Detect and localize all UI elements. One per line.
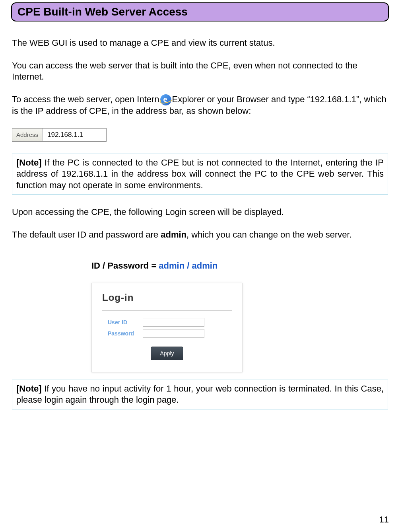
note-label-2: [Note] <box>16 384 42 394</box>
text-before-icon: To access the web server, open Intern <box>12 94 159 104</box>
user-id-label: User ID <box>108 319 143 325</box>
password-input[interactable] <box>143 329 204 338</box>
login-divider <box>102 310 232 311</box>
paragraph-instructions: To access the web server, open InternExp… <box>12 94 388 117</box>
note-text-2: If you have no input activity for 1 hour… <box>16 384 384 405</box>
paragraph-intro: The WEB GUI is used to manage a CPE and … <box>12 37 388 49</box>
credentials-value: admin / admin <box>159 261 217 271</box>
section-title: CPE Built-in Web Server Access <box>17 6 188 18</box>
apply-button[interactable]: Apply <box>151 347 183 360</box>
page-number: 11 <box>379 514 389 525</box>
login-password-row: Password <box>102 329 232 338</box>
login-userid-row: User ID <box>102 318 232 327</box>
paragraph-access-info: You can access the web server that is bu… <box>12 60 388 83</box>
credentials-prefix: ID / Password = <box>91 261 159 271</box>
defaults-admin: admin <box>161 230 186 240</box>
note-box-2: [Note] If you have no input activity for… <box>12 380 388 409</box>
section-title-bar: CPE Built-in Web Server Access <box>11 2 389 21</box>
note-text-1: If the PC is connected to the CPE but is… <box>16 158 384 190</box>
paragraph-login-info: Upon accessing the CPE, the following Lo… <box>12 207 388 218</box>
content-area: The WEB GUI is used to manage a CPE and … <box>11 21 389 409</box>
note-box-1: [Note] If the PC is connected to the CPE… <box>12 154 388 195</box>
address-bar-label: Address <box>12 129 43 141</box>
address-bar-value: 192.168.1.1 <box>43 129 106 141</box>
login-header: Log-in <box>102 292 232 303</box>
internet-explorer-icon <box>160 94 171 105</box>
address-bar-screenshot: Address 192.168.1.1 <box>12 128 107 142</box>
user-id-input[interactable] <box>143 318 204 327</box>
defaults-text-b: , which you can change on the web server… <box>186 230 352 240</box>
defaults-text-a: The default user ID and password are <box>12 230 161 240</box>
password-label: Password <box>108 330 143 337</box>
note-label-1: [Note] <box>16 158 42 168</box>
paragraph-defaults: The default user ID and password are adm… <box>12 229 388 241</box>
login-panel-screenshot: Log-in User ID Password Apply <box>91 283 243 372</box>
credentials-display: ID / Password = admin / admin <box>12 261 388 271</box>
